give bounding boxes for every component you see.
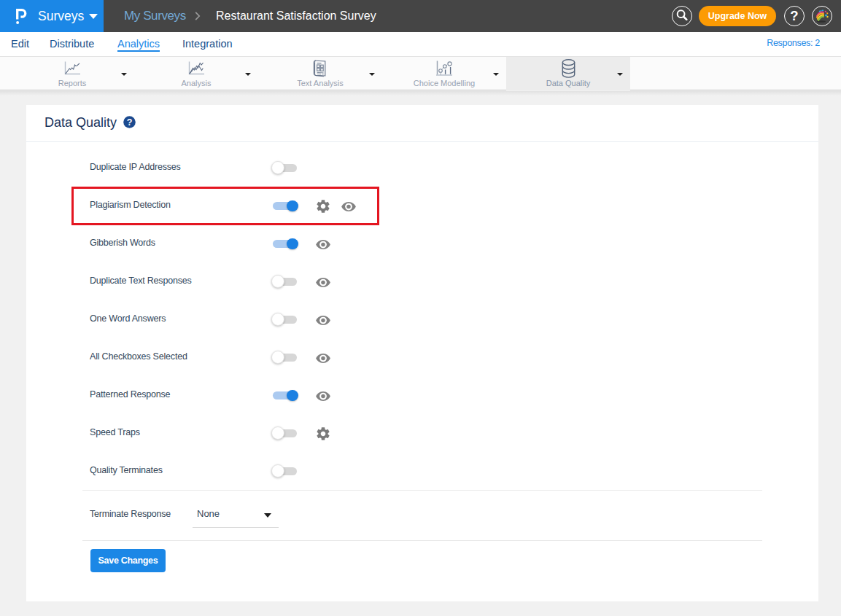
svg-text:?: ?: [127, 117, 133, 128]
